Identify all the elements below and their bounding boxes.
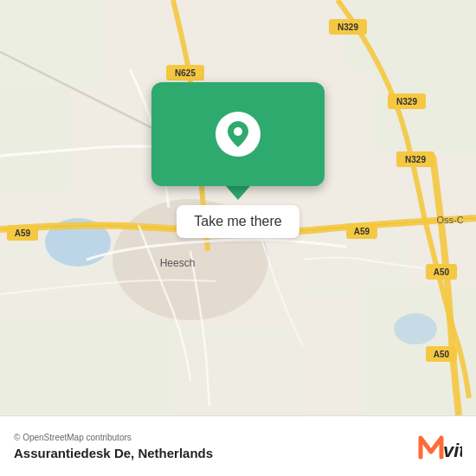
take-me-there-button[interactable]: Take me there	[194, 214, 281, 229]
map-container: N329 N329 N329 N625 A59 A59 A50 A50 Hees…	[0, 0, 476, 415]
svg-rect-7	[0, 320, 173, 415]
town-label-heesch: Heesch	[160, 257, 196, 269]
road-label-n329-right2: N329	[405, 155, 426, 164]
copyright-text: © OpenStreetMap contributors	[14, 433, 213, 442]
road-label-a59-right: A59	[354, 227, 370, 236]
road-label-a50-bot: A50	[434, 350, 450, 359]
moovit-logo: vit	[417, 429, 462, 464]
bottom-bar: © OpenStreetMap contributors Assurantied…	[0, 415, 476, 476]
svg-rect-1	[0, 0, 104, 87]
svg-rect-8	[173, 329, 303, 415]
city-label-oss: Oss-C	[436, 215, 463, 225]
road-label-a59-left: A59	[15, 228, 31, 238]
location-name: Assurantiedesk De, Netherlands	[14, 446, 213, 460]
svg-rect-2	[0, 87, 69, 190]
road-label-n329-top: N329	[338, 23, 358, 32]
popup-tail	[226, 186, 250, 200]
svg-point-21	[234, 127, 242, 136]
road-label-n625: N625	[175, 68, 196, 78]
svg-point-11	[394, 313, 437, 344]
bottom-info: © OpenStreetMap contributors Assurantied…	[14, 433, 213, 460]
road-label-n329-right: N329	[396, 97, 417, 106]
svg-text:vit: vit	[443, 440, 462, 461]
svg-rect-3	[346, 0, 476, 69]
road-label-a50-top: A50	[434, 267, 450, 277]
take-me-there-area[interactable]: Take me there	[177, 205, 299, 238]
popup-card	[151, 82, 325, 186]
location-pin-icon	[215, 112, 261, 157]
popup: Take me there	[134, 82, 342, 238]
